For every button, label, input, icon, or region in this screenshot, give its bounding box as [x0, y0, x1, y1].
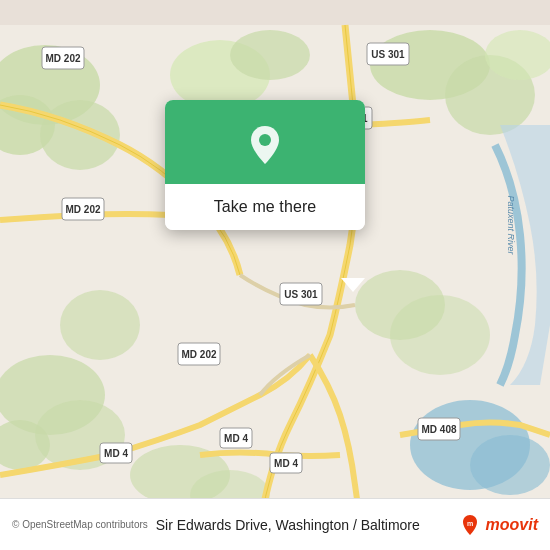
svg-point-10 — [470, 435, 550, 495]
svg-text:MD 4: MD 4 — [274, 458, 298, 469]
map-container: MD 202 US 301 US 301 MD 202 US 301 MD 20… — [0, 0, 550, 550]
moovit-logo: m moovit — [458, 513, 538, 537]
svg-point-3 — [40, 100, 120, 170]
popup-icon-background — [165, 100, 365, 184]
svg-point-40 — [259, 134, 271, 146]
moovit-pin-icon: m — [458, 513, 482, 537]
moovit-brand-text: moovit — [486, 516, 538, 534]
location-pin-icon — [243, 122, 287, 166]
svg-point-18 — [390, 295, 490, 375]
svg-text:MD 408: MD 408 — [421, 424, 456, 435]
svg-text:MD 202: MD 202 — [181, 349, 216, 360]
svg-text:MD 202: MD 202 — [65, 204, 100, 215]
svg-text:MD 202: MD 202 — [45, 53, 80, 64]
svg-point-14 — [60, 290, 140, 360]
svg-point-5 — [230, 30, 310, 80]
svg-text:US 301: US 301 — [371, 49, 405, 60]
svg-text:MD 4: MD 4 — [104, 448, 128, 459]
popup-triangle — [341, 278, 365, 292]
svg-text:Patuxent River: Patuxent River — [506, 195, 516, 255]
location-popup: Take me there — [165, 100, 365, 230]
take-me-there-button[interactable]: Take me there — [165, 184, 365, 230]
svg-text:US 301: US 301 — [284, 289, 318, 300]
map-background: MD 202 US 301 US 301 MD 202 US 301 MD 20… — [0, 0, 550, 550]
svg-text:MD 4: MD 4 — [224, 433, 248, 444]
location-label: Sir Edwards Drive, Washington / Baltimor… — [156, 517, 450, 533]
svg-text:m: m — [466, 520, 472, 527]
copyright-text: © OpenStreetMap contributors — [12, 519, 148, 530]
bottom-bar: © OpenStreetMap contributors Sir Edwards… — [0, 498, 550, 550]
